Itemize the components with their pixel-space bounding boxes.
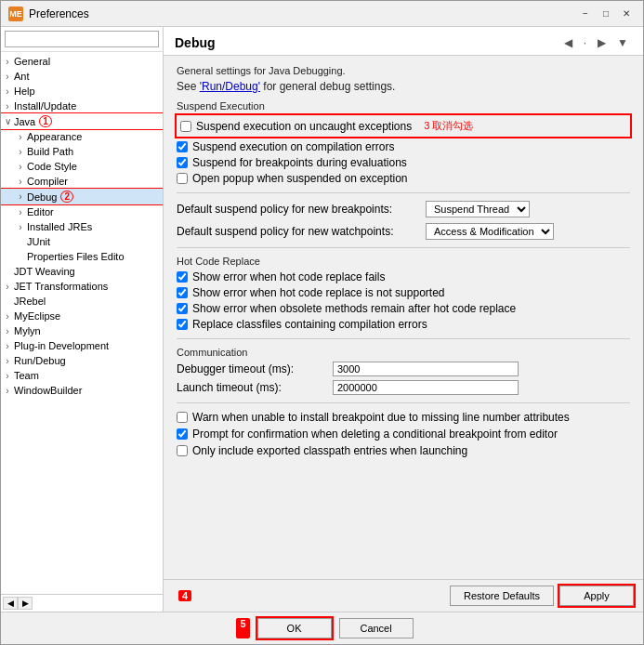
sidebar-scroll-right[interactable]: ▶ <box>18 597 33 610</box>
evaluations-row: Suspend for breakpoints during evaluatio… <box>177 156 630 169</box>
launch-timeout-row: Launch timeout (ms): <box>177 380 630 395</box>
sidebar-item-label-appearance: Appearance <box>27 131 82 142</box>
sidebar-item-mylyn[interactable]: ›Mylyn <box>1 323 163 338</box>
hcr-not-supported-checkbox[interactable] <box>177 287 188 298</box>
sidebar-item-junit[interactable]: JUnit <box>1 234 163 249</box>
arrow-icon-help: › <box>1 86 14 97</box>
nav-back-button[interactable]: ◀ <box>560 34 576 51</box>
arrow-icon-installed-jres: › <box>14 222 27 232</box>
run-debug-link[interactable]: 'Run/Debug' <box>200 80 260 93</box>
sidebar-item-label-installed-jres: Installed JREs <box>27 221 92 232</box>
app-icon: ME <box>8 7 23 21</box>
nav-dropdown-button[interactable]: ▼ <box>613 34 632 51</box>
maximize-button[interactable]: □ <box>597 5 615 23</box>
arrow-icon-build-path: › <box>14 147 27 157</box>
sidebar-item-installed-jres[interactable]: ›Installed JREs <box>1 219 163 234</box>
nav-forward-button[interactable]: ▶ <box>594 34 610 51</box>
evaluations-checkbox[interactable] <box>177 157 188 168</box>
right-panel: Debug ◀ · ▶ ▼ General settings for Java … <box>164 27 643 612</box>
sidebar-item-label-myeclipse: MyEclipse <box>14 310 60 322</box>
watchpoint-policy-select[interactable]: Access & Modification Access Modificatio… <box>426 223 554 240</box>
sidebar-item-build-path[interactable]: ›Build Path <box>1 144 163 159</box>
hcr-not-supported-label: Show error when hot code replace is not … <box>192 286 445 299</box>
sidebar-item-label-jet-transformations: JET Transformations <box>14 281 108 292</box>
sidebar-item-run-debug[interactable]: ›Run/Debug <box>1 353 163 368</box>
sidebar-scroll-left[interactable]: ◀ <box>3 597 18 610</box>
popup-row: Open popup when suspended on exception <box>177 172 630 185</box>
hcr-classfiles-checkbox[interactable] <box>177 319 188 330</box>
sidebar-item-label-team: Team <box>14 370 39 381</box>
panel-nav: ◀ · ▶ ▼ <box>560 34 632 51</box>
sidebar-item-label-compiler: Compiler <box>27 176 68 187</box>
sidebar-item-code-style[interactable]: ›Code Style <box>1 159 163 174</box>
sidebar-item-myeclipse[interactable]: ›MyEclipse <box>1 309 163 323</box>
sidebar-item-label-editor: Editor <box>27 206 54 217</box>
debugger-timeout-row: Debugger timeout (ms): <box>177 362 630 376</box>
apply-button[interactable]: Apply <box>559 586 634 606</box>
sidebar-item-help[interactable]: ›Help <box>1 84 163 99</box>
sidebar-item-windowbuilder[interactable]: ›WindowBuilder <box>1 383 163 398</box>
hot-code-section: Hot Code Replace Show error when hot cod… <box>177 256 630 331</box>
sidebar-item-compiler[interactable]: ›Compiler <box>1 174 163 189</box>
sidebar-item-label-java: Java <box>14 116 35 127</box>
suspend-policy-select[interactable]: Suspend Thread Suspend VM <box>426 201 530 217</box>
sidebar-item-label-general: General <box>14 56 50 67</box>
sidebar-item-label-plugin-development: Plug-in Development <box>14 340 109 351</box>
restore-defaults-button[interactable]: Restore Defaults <box>450 586 554 606</box>
sidebar-item-label-jdt-weaving: JDT Weaving <box>14 266 75 277</box>
sidebar-item-jrebel[interactable]: JRebel <box>1 294 163 309</box>
sidebar-search-container <box>1 27 163 52</box>
popup-checkbox[interactable] <box>177 173 188 184</box>
uncaught-exceptions-label: Suspend execution on uncaught exceptions <box>196 120 412 133</box>
sidebar-item-appearance[interactable]: ›Appearance <box>1 129 163 144</box>
arrow-icon-ant: › <box>1 72 14 82</box>
sidebar-item-label-ant: Ant <box>14 71 30 82</box>
preferences-window: ME Preferences − □ ✕ ›General›Ant›Help›I… <box>0 0 644 645</box>
minimize-button[interactable]: − <box>576 5 595 23</box>
hcr-obsolete-checkbox[interactable] <box>177 303 188 314</box>
ok-button[interactable]: OK <box>257 618 332 638</box>
cancel-button[interactable]: Cancel <box>339 618 414 638</box>
communication-section: Communication Debugger timeout (ms): Lau… <box>177 347 630 395</box>
uncaught-exceptions-group: Suspend execution on uncaught exceptions… <box>177 115 630 137</box>
sidebar-item-jet-transformations[interactable]: ›JET Transformations <box>1 279 163 294</box>
close-button[interactable]: ✕ <box>617 5 636 23</box>
hot-code-checkboxes: Show error when hot code replace fails S… <box>177 270 630 331</box>
watchpoint-policy-label: Default suspend policy for new watchpoin… <box>177 225 418 238</box>
compilation-errors-checkbox[interactable] <box>177 141 188 152</box>
popup-label: Open popup when suspended on exception <box>192 172 408 185</box>
debugger-timeout-label: Debugger timeout (ms): <box>177 362 325 375</box>
sidebar-item-editor[interactable]: ›Editor <box>1 204 163 219</box>
sidebar-item-general[interactable]: ›General <box>1 54 163 69</box>
only-exported-checkbox[interactable] <box>177 445 188 456</box>
debugger-timeout-input[interactable] <box>333 362 519 376</box>
sidebar-item-label-code-style: Code Style <box>27 161 77 172</box>
sidebar-item-jdt-weaving[interactable]: JDT Weaving <box>1 264 163 279</box>
separator-3 <box>177 338 630 339</box>
sidebar-item-java[interactable]: ∨Java1 <box>1 113 163 129</box>
sidebar-search-input[interactable] <box>5 31 159 47</box>
sidebar-item-debug[interactable]: ›Debug2 <box>1 189 163 204</box>
sidebar-item-team[interactable]: ›Team <box>1 368 163 383</box>
hcr-classfiles-label: Replace classfiles containing compilatio… <box>192 318 427 331</box>
main-content: ›General›Ant›Help›Install/Update∨Java1›A… <box>1 27 643 612</box>
arrow-icon-code-style: › <box>14 162 27 172</box>
sidebar-item-install-update[interactable]: ›Install/Update <box>1 99 163 113</box>
uncaught-exceptions-checkbox[interactable] <box>180 121 191 132</box>
sidebar-tree: ›General›Ant›Help›Install/Update∨Java1›A… <box>1 52 163 594</box>
warn-breakpoint-checkbox[interactable] <box>177 412 188 423</box>
sidebar-item-plugin-development[interactable]: ›Plug-in Development <box>1 338 163 353</box>
sidebar-item-ant[interactable]: ›Ant <box>1 69 163 84</box>
sidebar-item-label-windowbuilder: WindowBuilder <box>14 385 82 396</box>
arrow-icon-myeclipse: › <box>1 311 14 322</box>
only-exported-label: Only include exported classpath entries … <box>192 444 467 457</box>
sidebar-item-properties-files[interactable]: Properties Files Edito <box>1 249 163 264</box>
prompt-conditional-checkbox[interactable] <box>177 428 188 440</box>
sidebar-item-label-build-path: Build Path <box>27 146 73 157</box>
hcr-fails-checkbox[interactable] <box>177 271 188 283</box>
panel-body: General settings for Java Debugging. See… <box>164 56 643 579</box>
hot-code-header: Hot Code Replace <box>177 256 630 267</box>
launch-timeout-input[interactable] <box>333 380 519 395</box>
link-suffix: for general debug settings. <box>260 80 395 93</box>
arrow-icon-general: › <box>1 57 14 67</box>
